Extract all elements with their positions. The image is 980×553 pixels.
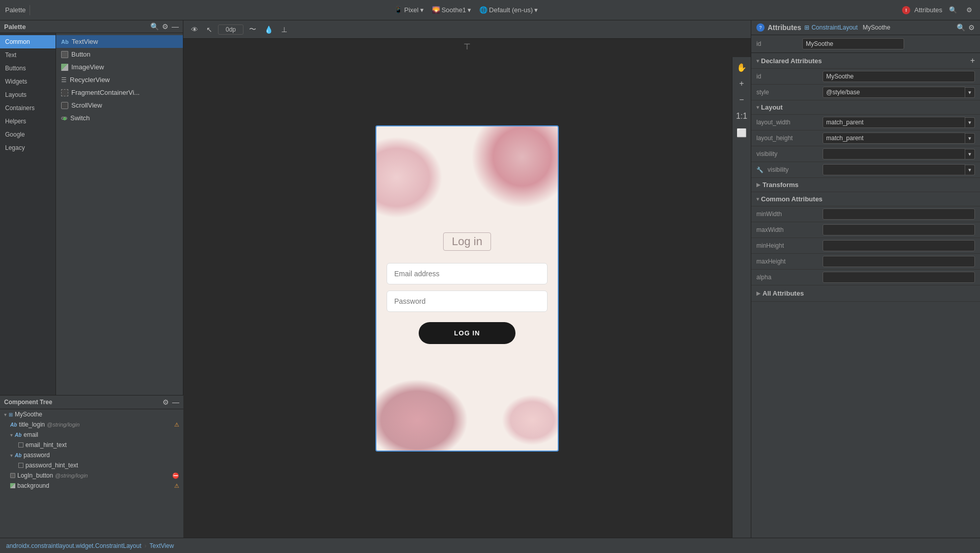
visibility-input[interactable]	[823, 148, 965, 160]
style-input[interactable]	[823, 87, 965, 98]
layout-height-input[interactable]	[823, 133, 965, 144]
declared-section-header[interactable]: ▾ Declared Attributes +	[751, 53, 980, 69]
collapse-common-icon: ▾	[756, 196, 759, 202]
button-icon	[61, 51, 68, 58]
tree-item-email[interactable]: ▾ Ab email	[0, 430, 183, 440]
sidebar-item-legacy[interactable]: Legacy	[0, 141, 56, 154]
sidebar-item-widgets[interactable]: Widgets	[0, 75, 56, 88]
palette-item-recyclerview[interactable]: ☰ RecyclerView	[56, 73, 183, 86]
eyedrop-btn[interactable]: 💧	[262, 24, 276, 35]
declared-style-label: style	[756, 89, 818, 96]
sidebar-item-text[interactable]: Text	[0, 48, 56, 62]
collapse-all-icon: ▶	[756, 291, 760, 296]
eye-toggle-btn[interactable]: 👁	[188, 24, 201, 35]
locale-dropdown-btn[interactable]: 🌐 Default (en-us) ▾	[477, 5, 540, 15]
transforms-section-header[interactable]: ▶ Transforms	[751, 178, 980, 192]
zoom-out-btn[interactable]: −	[734, 93, 749, 107]
visibility-tool-row: 🔧 visibility ▾	[751, 162, 980, 178]
palette-content: Common Text Buttons Widgets Layouts Cont…	[0, 33, 183, 395]
palette-item-imageview[interactable]: ImageView	[56, 61, 183, 73]
sidebar-item-helpers[interactable]: Helpers	[0, 115, 56, 128]
tree-item-mysoothe[interactable]: ▾ ⊞ MySoothe	[0, 409, 183, 419]
gear-btn-right[interactable]: ⚙	[964, 5, 975, 15]
visibility-dropdown[interactable]: ▾	[965, 149, 975, 160]
common-section-header[interactable]: ▾ Common Attributes	[751, 192, 980, 206]
declared-section-title: Declared Attributes	[761, 57, 822, 65]
sidebar-item-layouts[interactable]: Layouts	[0, 88, 56, 101]
maxwidth-input[interactable]	[823, 224, 975, 235]
top-bar-left: Palette	[5, 5, 30, 15]
visibility-tool-dropdown[interactable]: ▾	[965, 165, 975, 175]
declared-id-row: id	[751, 69, 980, 85]
style-dropdown-btn[interactable]: ▾	[965, 87, 975, 98]
zoom-in-btn[interactable]: +	[734, 76, 749, 91]
visibility-select-wrapper: ▾	[823, 148, 975, 160]
maxheight-input[interactable]	[823, 256, 975, 267]
pointer-btn[interactable]: ↖	[204, 24, 215, 35]
declared-id-input[interactable]	[823, 71, 975, 82]
layout-height-row: layout_height ▾	[751, 130, 980, 146]
palette-item-textview[interactable]: Ab TextView	[56, 35, 183, 48]
minheight-input[interactable]	[823, 240, 975, 251]
palette-item-scrollview[interactable]: ScrollView	[56, 99, 183, 112]
tree-item-email-hint[interactable]: email_hint_text	[0, 440, 183, 450]
layout-section-header[interactable]: ▾ Layout	[751, 100, 980, 115]
declared-add-btn[interactable]: +	[970, 56, 975, 65]
hand-tool-btn[interactable]: ✋	[734, 60, 749, 74]
sidebar-item-google[interactable]: Google	[0, 128, 56, 141]
theme-dropdown-btn[interactable]: 🌄 Soothe1 ▾	[429, 5, 474, 15]
frame-btn[interactable]: ⬜	[734, 125, 749, 140]
mysoothe-label: MySoothe	[15, 411, 42, 418]
tree-item-background[interactable]: background ⚠	[0, 481, 183, 491]
dp-input[interactable]	[218, 24, 243, 35]
layout-height-dropdown[interactable]: ▾	[965, 133, 975, 144]
password-icon: Ab	[15, 453, 21, 458]
tree-item-title-login[interactable]: Ab title_login @string/login ⚠	[0, 419, 183, 430]
tree-item-password-hint[interactable]: password_hint_text	[0, 460, 183, 470]
sidebar-item-common[interactable]: Common	[0, 35, 56, 48]
alpha-input[interactable]	[823, 272, 975, 283]
login-button-icon	[10, 473, 15, 478]
attr-header: ? Attributes ⊞ ConstraintLayout MySoothe…	[751, 20, 980, 35]
layout-width-input[interactable]	[823, 117, 965, 128]
tree-item-password[interactable]: ▾ Ab password	[0, 450, 183, 460]
wave-btn[interactable]: 〜	[247, 24, 259, 35]
attr-gear-btn[interactable]: ⚙	[968, 23, 975, 32]
fit-btn[interactable]: 1:1	[734, 109, 749, 123]
tree-header-icons: ⚙ —	[162, 398, 179, 406]
breadcrumb-widget[interactable]: androidx.constraintlayout.widget.Constra…	[6, 542, 142, 549]
tree-gear-btn[interactable]: ⚙	[162, 398, 169, 406]
palette-gear-btn[interactable]: ⚙	[162, 22, 169, 31]
top-bar-right: ! Attributes 🔍 ⚙	[902, 5, 975, 15]
minwidth-input[interactable]	[823, 208, 975, 220]
imageview-icon	[61, 64, 68, 71]
sidebar-item-buttons[interactable]: Buttons	[0, 62, 56, 75]
tree-item-login-button[interactable]: LogIn_button @string/login ⛔	[0, 470, 183, 481]
palette-item-fragmentcontainer[interactable]: FragmentContainerVi...	[56, 86, 183, 99]
align-btn[interactable]: ⊥	[279, 24, 290, 35]
all-attrs-header[interactable]: ▶ All Attributes	[751, 285, 980, 302]
breadcrumb-view[interactable]: TextView	[150, 542, 174, 549]
sidebar-item-containers[interactable]: Containers	[0, 101, 56, 115]
layout-width-value: ▾	[823, 117, 975, 128]
tree-close-btn[interactable]: —	[172, 398, 179, 406]
chevron-mysoothe: ▾	[4, 412, 7, 417]
email-input-preview	[387, 263, 548, 284]
maxwidth-value	[823, 224, 975, 235]
layout-width-dropdown[interactable]: ▾	[965, 117, 975, 128]
palette-close-btn[interactable]: —	[172, 22, 179, 31]
title-login-warn: ⚠	[174, 422, 179, 428]
title-login-icon: Ab	[10, 422, 17, 428]
search-btn-right[interactable]: 🔍	[946, 5, 960, 15]
canvas-wrapper: ⊤ Log in LOG IN ✋ + − 1:1	[183, 39, 751, 538]
palette-search-btn[interactable]: 🔍	[150, 22, 159, 31]
visibility-tool-input[interactable]	[823, 164, 965, 175]
login-button-string: @string/login	[55, 472, 88, 479]
device-dropdown-btn[interactable]: 📱 Pixel ▾	[392, 5, 426, 15]
side-tools: ✋ + − 1:1 ⬜	[732, 57, 751, 538]
attr-search-btn[interactable]: 🔍	[957, 23, 965, 32]
palette-item-switch[interactable]: Switch	[56, 112, 183, 124]
imageview-label: ImageView	[71, 63, 104, 71]
palette-item-button[interactable]: Button	[56, 48, 183, 61]
id-input[interactable]	[802, 38, 904, 49]
